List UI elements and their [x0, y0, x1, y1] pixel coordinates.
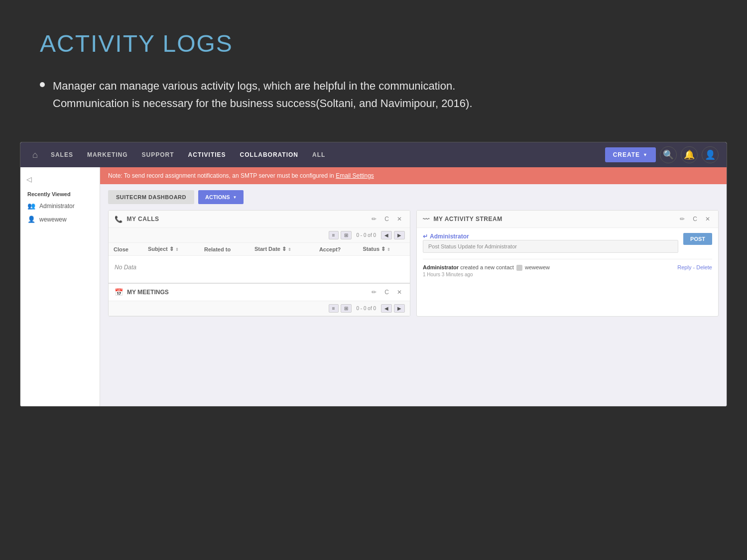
- activity-user-name: Administrator: [430, 233, 469, 240]
- create-button[interactable]: CREATE: [605, 147, 656, 162]
- notification-text: Note: To send record assignment notifica…: [108, 172, 336, 179]
- bullet-dot: [40, 82, 45, 87]
- calls-col-close: Close: [109, 243, 143, 256]
- meetings-close-icon[interactable]: ✕: [395, 288, 404, 297]
- meetings-pagination: 0 - 0 of 0: [354, 305, 379, 312]
- sidebar-item-wewewew[interactable]: 👤 wewewew: [20, 213, 100, 226]
- my-calls-title-text: MY CALLS: [127, 216, 159, 223]
- nav-items: SALES MARKETING SUPPORT ACTIVITIES COLLA…: [44, 147, 603, 162]
- home-icon[interactable]: ⌂: [28, 146, 42, 164]
- activity-entry-contact: wewewew: [525, 264, 550, 270]
- calls-col-related: Related to: [199, 243, 249, 256]
- post-status-placeholder: Post Status Update for Administrator: [428, 243, 517, 249]
- activity-stream-content: ↵ Administrator Post Status Update for A…: [417, 228, 718, 287]
- activity-user-label: ↵ Administrator: [423, 233, 678, 240]
- activity-entry-time: 1 Hours 3 Minutes ago: [423, 272, 669, 277]
- stream-refresh-icon[interactable]: C: [691, 215, 699, 224]
- activity-entry-description: Administrator created a new contact wewe…: [423, 264, 669, 271]
- nav-item-activities[interactable]: ACTIVITIES: [181, 147, 233, 162]
- post-button[interactable]: POST: [683, 233, 712, 245]
- calls-col-accept: Accept?: [314, 243, 358, 256]
- nav-item-all[interactable]: ALL: [305, 147, 332, 162]
- bullet-item: Manager can manage various activity logs…: [40, 77, 488, 112]
- my-meetings-title: 📅 MY MEETINGS: [115, 288, 169, 296]
- calls-close-icon[interactable]: ✕: [395, 215, 404, 224]
- activity-stream-icon: 〰: [423, 216, 430, 223]
- bullet-text: Manager can manage various activity logs…: [53, 77, 488, 112]
- crm-container: ⌂ SALES MARKETING SUPPORT ACTIVITIES COL…: [20, 142, 727, 407]
- calls-refresh-icon[interactable]: C: [382, 215, 391, 224]
- my-activity-stream-widget: 〰 MY ACTIVITY STREAM ✏ C ✕: [416, 210, 719, 317]
- sidebar-section-title: Recently Viewed: [20, 186, 100, 199]
- nav-item-sales[interactable]: SALES: [44, 147, 80, 162]
- my-calls-actions: ✏ C ✕: [370, 215, 404, 224]
- calls-table-header-row: Close Subject ⇕ ⇕ Related to Start Date …: [109, 243, 410, 256]
- calls-col-status[interactable]: Status ⇕ ⇕: [358, 243, 410, 256]
- meetings-next-btn[interactable]: ▶: [394, 304, 405, 313]
- person-icon: 👤: [27, 216, 35, 223]
- activity-user-arrow-icon: ↵: [423, 233, 428, 240]
- my-calls-header: 📞 MY CALLS ✏ C ✕: [109, 211, 410, 228]
- activity-post-left: ↵ Administrator Post Status Update for A…: [423, 233, 678, 253]
- stream-close-icon[interactable]: ✕: [703, 215, 712, 224]
- slide-title: ACTIVITY LOGS: [40, 30, 707, 57]
- calls-next-btn[interactable]: ▶: [394, 231, 405, 239]
- my-calls-title: 📞 MY CALLS: [115, 216, 159, 223]
- bullet-list: Manager can manage various activity logs…: [40, 77, 707, 112]
- my-calls-widget: 📞 MY CALLS ✏ C ✕ ≡ ⊞ 0 - 0 of 0 ◀: [108, 210, 410, 317]
- sidebar-item-label-wewewew: wewewew: [39, 216, 67, 223]
- crm-sidebar: ◁ Recently Viewed 👥 Administrator 👤 wewe…: [20, 167, 100, 406]
- activity-stream-title-text: MY ACTIVITY STREAM: [434, 216, 502, 223]
- meetings-refresh-icon[interactable]: C: [382, 288, 391, 297]
- activity-stream-actions: ✏ C ✕: [678, 215, 712, 224]
- nav-item-collaboration[interactable]: COLLABORATION: [233, 147, 305, 162]
- meetings-toolbar-list-btn[interactable]: ≡: [329, 304, 339, 313]
- activity-entry-actions[interactable]: Reply - Delete: [669, 264, 712, 270]
- activity-stream-header: 〰 MY ACTIVITY STREAM ✏ C ✕: [417, 211, 718, 228]
- nav-item-support[interactable]: SUPPORT: [135, 147, 181, 162]
- sidebar-collapse-button[interactable]: ◁: [20, 172, 100, 186]
- activity-entry-text: Administrator created a new contact wewe…: [423, 264, 669, 277]
- activity-entry-action: created a new contact: [460, 264, 515, 270]
- dashboard-tab-button[interactable]: SUITECRM DASHBOARD: [108, 190, 194, 204]
- calls-no-data: No Data: [109, 256, 410, 279]
- widgets-area: 📞 MY CALLS ✏ C ✕ ≡ ⊞ 0 - 0 of 0 ◀: [100, 210, 727, 325]
- calls-prev-btn[interactable]: ◀: [381, 231, 392, 239]
- meetings-calendar-icon: 📅: [115, 288, 123, 296]
- stream-edit-icon[interactable]: ✏: [678, 215, 687, 224]
- group-icon: 👥: [27, 202, 35, 210]
- meetings-edit-icon[interactable]: ✏: [370, 288, 378, 297]
- calls-edit-icon[interactable]: ✏: [370, 215, 378, 224]
- calls-col-date[interactable]: Start Date ⇕ ⇕: [249, 243, 314, 256]
- email-settings-link[interactable]: Email Settings: [336, 172, 374, 179]
- user-icon[interactable]: 👤: [702, 146, 719, 163]
- phone-icon: 📞: [115, 216, 123, 223]
- crm-body: ◁ Recently Viewed 👥 Administrator 👤 wewe…: [20, 167, 727, 406]
- dashboard-tabs: SUITECRM DASHBOARD ACTIONS: [100, 184, 727, 210]
- calls-pagination: 0 - 0 of 0: [354, 231, 379, 239]
- crm-main: Note: To send record assignment notifica…: [100, 167, 727, 406]
- nav-item-marketing[interactable]: MARKETING: [80, 147, 135, 162]
- presentation-area: ACTIVITY LOGS Manager can manage various…: [0, 0, 747, 132]
- post-status-area: Post Status Update for Administrator: [423, 240, 678, 253]
- my-meetings-title-text: MY MEETINGS: [127, 289, 169, 296]
- activity-entry-user: Administrator: [423, 264, 459, 270]
- search-icon[interactable]: 🔍: [660, 146, 677, 163]
- calls-toolbar-grid-btn[interactable]: ⊞: [341, 231, 352, 239]
- sidebar-item-administrator[interactable]: 👥 Administrator: [20, 199, 100, 213]
- crm-navbar: ⌂ SALES MARKETING SUPPORT ACTIVITIES COL…: [20, 142, 727, 167]
- meetings-prev-btn[interactable]: ◀: [381, 304, 392, 313]
- meetings-toolbar-grid-btn[interactable]: ⊞: [341, 304, 352, 313]
- actions-button[interactable]: ACTIONS: [198, 190, 244, 204]
- my-calls-toolbar: ≡ ⊞ 0 - 0 of 0 ◀ ▶: [109, 228, 410, 243]
- activity-stream-title: 〰 MY ACTIVITY STREAM: [423, 216, 502, 223]
- calls-toolbar-list-btn[interactable]: ≡: [329, 231, 339, 239]
- my-meetings-actions: ✏ C ✕: [370, 288, 404, 297]
- calls-col-subject[interactable]: Subject ⇕ ⇕: [143, 243, 199, 256]
- my-meetings-toolbar: ≡ ⊞ 0 - 0 of 0 ◀ ▶: [109, 301, 410, 316]
- contact-icon: [516, 265, 522, 271]
- sidebar-item-label-administrator: Administrator: [39, 203, 75, 210]
- activity-post-area: ↵ Administrator Post Status Update for A…: [423, 233, 712, 253]
- my-meetings-header: 📅 MY MEETINGS ✏ C ✕: [109, 284, 410, 301]
- bell-icon[interactable]: 🔔: [681, 146, 698, 163]
